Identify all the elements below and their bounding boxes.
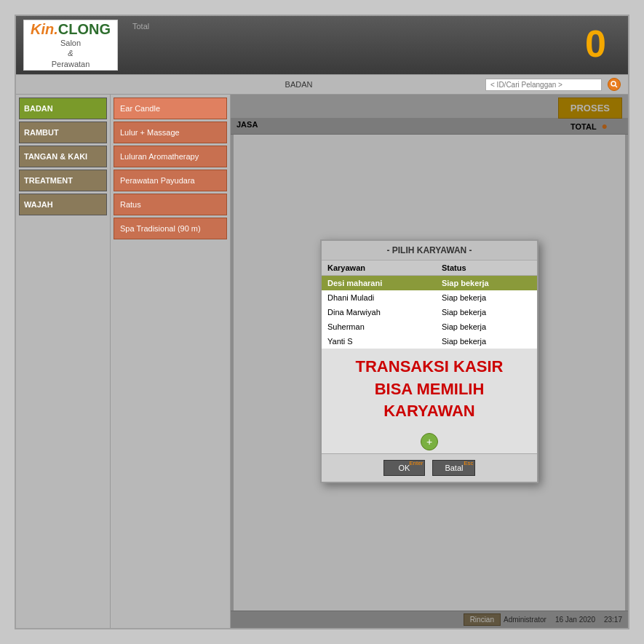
search-button[interactable] [608, 78, 621, 91]
table-row[interactable]: Dina Marwiyah Siap bekerja [322, 305, 537, 319]
modal-footer: Enter OK Esc Batal [322, 453, 537, 482]
svg-line-1 [616, 86, 618, 88]
employee-status: Siap bekerja [436, 275, 537, 290]
plus-icon: + [426, 436, 432, 448]
promo-line1: TRANSAKSI KASIR [329, 356, 530, 378]
employee-name: Desi maharani [322, 275, 436, 290]
total-value: 0 [585, 22, 606, 65]
service-ratus[interactable]: Ratus [114, 194, 227, 215]
modal-promo-area: TRANSAKSI KASIR BISA MEMILIH KARYAWAN [322, 349, 537, 430]
main-area: BADAN RAMBUT TANGAN & KAKI TREATMENT WAJ… [16, 95, 628, 628]
col-status-header: Status [436, 261, 537, 276]
employee-status: Siap bekerja [436, 334, 537, 349]
table-row[interactable]: Suherman Siap bekerja [322, 319, 537, 334]
sidebar-item-wajah[interactable]: WAJAH [19, 194, 107, 215]
sidebar: BADAN RAMBUT TANGAN & KAKI TREATMENT WAJ… [16, 95, 111, 628]
search-bar: BADAN [16, 74, 628, 95]
promo-line2: BISA MEMILIH KARYAWAN [329, 378, 530, 424]
logo-subtitle: Salon & Perawatan [52, 38, 90, 69]
promo-text: TRANSAKSI KASIR BISA MEMILIH KARYAWAN [329, 356, 530, 423]
employee-status: Siap bekerja [436, 305, 537, 319]
outer-wrapper: Kin.CLONG Salon & Perawatan Total 0 BADA… [0, 0, 644, 644]
service-ear-candle[interactable]: Ear Candle [114, 98, 227, 119]
sidebar-item-badan[interactable]: BADAN [19, 98, 107, 119]
esc-hint: Esc [464, 460, 473, 466]
table-row[interactable]: Desi maharani Siap bekerja [322, 275, 537, 290]
sidebar-item-treatment[interactable]: TREATMENT [19, 170, 107, 191]
total-label: Total [132, 22, 149, 31]
logo-perawatan: Perawatan [52, 60, 90, 68]
modal-nav: + [322, 430, 537, 453]
employee-status: Siap bekerja [436, 319, 537, 334]
logo-amp: & [68, 49, 73, 57]
employee-name: Dina Marwiyah [322, 305, 436, 319]
logo-kin: Kin. [31, 21, 58, 37]
table-row[interactable]: Dhani Muladi Siap bekerja [322, 290, 537, 305]
col-karyawan-header: Karyawan [322, 261, 436, 276]
modal-overlay: - PILIH KARYAWAN - Karyawan Status D [231, 95, 628, 628]
employee-name: Dhani Muladi [322, 290, 436, 305]
svg-point-0 [611, 82, 616, 86]
employee-table: Karyawan Status Desi maharani Siap beker… [322, 261, 537, 349]
service-spa-tradisional[interactable]: Spa Tradisional (90 m) [114, 218, 227, 239]
employee-status: Siap bekerja [436, 290, 537, 305]
ok-button[interactable]: Enter OK [383, 460, 426, 476]
table-row[interactable]: Yanti S Siap bekerja [322, 334, 537, 349]
employee-name: Yanti S [322, 334, 436, 349]
search-icon [611, 81, 618, 88]
enter-hint: Enter [409, 460, 423, 466]
logo-salon: Salon [60, 39, 81, 47]
service-lulur-massage[interactable]: Lulur + Massage [114, 122, 227, 143]
sidebar-item-tangan-kaki[interactable]: TANGAN & KAKI [19, 146, 107, 167]
employee-name: Suherman [322, 319, 436, 334]
header-bar: Kin.CLONG Salon & Perawatan Total 0 [16, 16, 628, 74]
add-button[interactable]: + [421, 433, 438, 450]
modal-title: - PILIH KARYAWAN - [322, 241, 537, 261]
transaction-area: PROSES JASA TOTAL ● Rincian Administrat [231, 95, 628, 628]
services-area: Ear Candle Lulur + Massage Luluran Aroma… [111, 95, 231, 628]
logo-box: Kin.CLONG Salon & Perawatan [23, 20, 118, 71]
app-window: Kin.CLONG Salon & Perawatan Total 0 BADA… [15, 15, 629, 629]
cancel-button[interactable]: Esc Batal [432, 460, 475, 476]
badan-label: BADAN [118, 80, 480, 89]
service-perawatan-payudara[interactable]: Perawatan Payudara [114, 170, 227, 191]
karyawan-modal: - PILIH KARYAWAN - Karyawan Status D [320, 239, 538, 483]
search-input[interactable] [485, 79, 602, 91]
sidebar-item-rambut[interactable]: RAMBUT [19, 122, 107, 143]
service-luluran-aromatherapy[interactable]: Luluran Aromatherapy [114, 146, 227, 167]
logo-clong: CLONG [58, 21, 111, 37]
logo-text: Kin.CLONG [31, 21, 111, 38]
